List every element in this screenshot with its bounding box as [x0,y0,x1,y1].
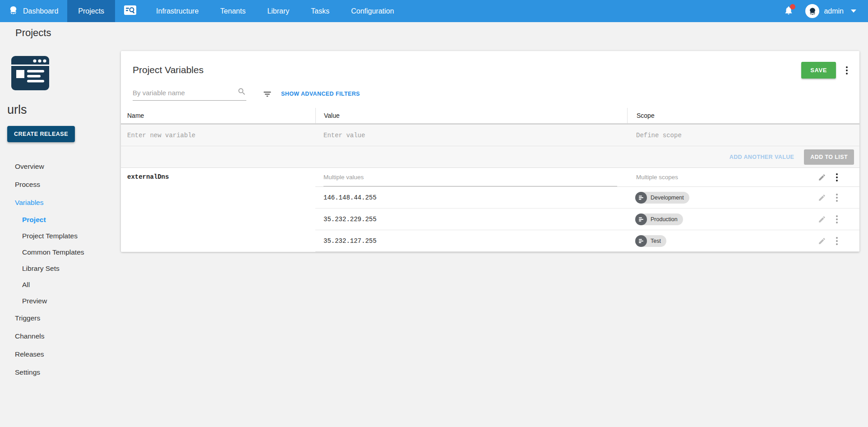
variable-search-input[interactable] [133,89,237,97]
nav-item-infrastructure[interactable]: Infrastructure [145,0,209,22]
sidebar-nav: Overview Process Variables Project Proje… [0,158,121,381]
variable-group-externaldns: externalDns Multiple values Multiple sco… [121,168,859,252]
variable-scope-summary[interactable]: Multiple scopes [627,168,818,186]
save-button[interactable]: SAVE [801,62,836,79]
card-title: Project Variables [133,65,848,75]
new-variable-row: Enter new variable Enter value Define sc… [121,125,859,146]
add-another-value-button[interactable]: ADD ANOTHER VALUE [729,154,794,160]
value-overflow-menu-icon[interactable] [833,212,840,227]
environment-icon [635,214,647,225]
breadcrumb: Projects [0,22,868,43]
nav-project-search[interactable] [115,0,145,22]
nav-item-tasks[interactable]: Tasks [300,0,340,22]
scope-chip-label: Test [651,238,661,244]
new-variable-name-field[interactable]: Enter new variable [121,132,315,139]
header-value: Value [315,108,627,123]
pencil-icon[interactable] [818,237,826,245]
sidebar-item-preview[interactable]: Preview [0,293,121,309]
chevron-down-icon [851,9,856,13]
sidebar-item-variables-project[interactable]: Project [0,212,121,228]
project-search-icon [124,5,136,17]
value-row-production: 35.232.229.255 [315,209,859,230]
create-release-button[interactable]: CREATE RELEASE [7,126,75,142]
value-text[interactable]: 35.232.229.255 [315,216,627,223]
nav-item-tenants[interactable]: Tenants [209,0,256,22]
scope-chip-label: Production [651,216,678,223]
value-row-test: 35.232.127.255 [315,230,859,252]
scope-chip-production[interactable]: Production [635,214,683,225]
user-menu[interactable]: admin [805,4,856,18]
sidebar-item-triggers[interactable]: Triggers [0,309,121,327]
sidebar-item-library-sets[interactable]: Library Sets [0,260,121,277]
filter-row: SHOW ADVANCED FILTERS [133,87,859,101]
filter-list-icon [263,89,272,99]
sidebar-item-common-templates[interactable]: Common Templates [0,244,121,260]
nav-item-projects[interactable]: Projects [67,0,115,22]
page-title: Projects [15,27,51,39]
card-overflow-menu-icon[interactable] [843,63,850,78]
notifications-button[interactable] [784,5,794,17]
sidebar-item-project-templates[interactable]: Project Templates [0,228,121,244]
sidebar-item-settings[interactable]: Settings [0,363,121,381]
new-variable-actions-row: ADD ANOTHER VALUE ADD TO LIST [121,146,859,168]
value-text[interactable]: 35.232.127.255 [315,237,627,245]
pencil-icon[interactable] [818,173,826,181]
nav-dashboard-label: Dashboard [23,7,58,15]
project-sidebar: urls CREATE RELEASE Overview Process Var… [0,43,121,427]
new-variable-value-field[interactable]: Enter value [315,132,627,139]
pencil-icon[interactable] [818,215,826,223]
sidebar-item-channels[interactable]: Channels [0,327,121,345]
variable-summary-row: Multiple values Multiple scopes [315,168,859,187]
environment-icon [635,192,647,204]
nav-dashboard[interactable]: Dashboard [0,0,67,22]
sidebar-item-overview[interactable]: Overview [0,158,121,176]
notification-badge [790,4,795,9]
project-logo-icon [11,56,49,92]
sidebar-item-all[interactable]: All [0,277,121,293]
variables-table: Name Value Scope Enter new variable Ente… [121,108,859,252]
variable-search-box [133,87,246,101]
pencil-icon[interactable] [818,194,826,202]
value-row-development: 146.148.44.255 [315,187,859,209]
variable-name[interactable]: externalDns [121,168,315,252]
value-overflow-menu-icon[interactable] [833,190,840,205]
value-overflow-menu-icon[interactable] [833,234,840,248]
scope-chip-label: Development [651,195,684,201]
scope-chip-test[interactable]: Test [635,235,666,247]
table-header-row: Name Value Scope [121,108,859,125]
project-name: urls [7,103,121,117]
header-scope: Scope [627,108,859,123]
sidebar-item-process[interactable]: Process [0,176,121,194]
octopus-icon [8,5,18,17]
sidebar-item-variables[interactable]: Variables [0,194,121,212]
variable-overflow-menu-icon[interactable] [833,170,840,185]
avatar [805,4,819,18]
add-to-list-button[interactable]: ADD TO LIST [804,149,854,165]
top-nav: Dashboard Projects Infrastructure Tenant… [0,0,868,22]
scope-chip-development[interactable]: Development [635,192,689,204]
variable-value-summary[interactable]: Multiple values [323,168,617,186]
user-name: admin [824,7,844,15]
show-advanced-filters-link[interactable]: SHOW ADVANCED FILTERS [281,91,360,97]
environment-icon [635,235,647,247]
sidebar-item-releases[interactable]: Releases [0,345,121,363]
project-variables-card: Project Variables SAVE [121,51,859,252]
magnifier-icon [237,87,246,98]
value-text[interactable]: 146.148.44.255 [315,194,627,201]
nav-item-configuration[interactable]: Configuration [340,0,405,22]
new-variable-scope-field[interactable]: Define scope [627,132,859,139]
nav-item-library[interactable]: Library [256,0,300,22]
header-name: Name [121,108,315,123]
